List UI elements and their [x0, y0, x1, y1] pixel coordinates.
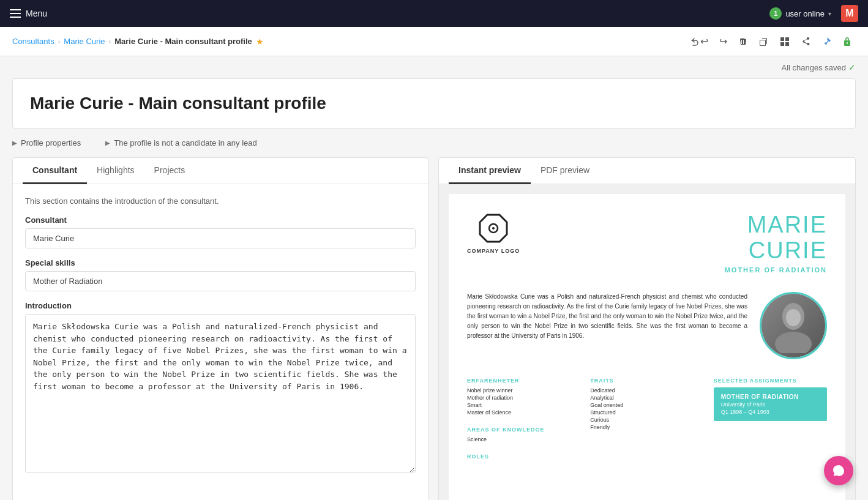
erfarenheter-title: ERFARENHETER: [467, 378, 580, 384]
breadcrumb-sep2: ›: [109, 38, 111, 45]
preview-photo-inner: [761, 294, 825, 357]
erfarenheter-item-1: Nobel prize winner: [467, 387, 580, 394]
breadcrumb: Consultants › Marie Curie › Marie Curie …: [12, 37, 264, 47]
preview-bio-text: Marie Skłodowska Curie was a Polish and …: [467, 292, 747, 341]
skills-input[interactable]: [25, 271, 416, 291]
skills-field-group: Special skills: [25, 258, 416, 291]
traits-col: TRAITS Dedicated Analytical Goal oriente…: [590, 378, 703, 463]
breadcrumb-current: Marie Curie - Main consultant profile: [114, 37, 252, 46]
hamburger-icon: [10, 9, 21, 18]
preview-bottom-section: ERFARENHETER Nobel prize winner Mother o…: [449, 371, 845, 476]
chat-bubble-button[interactable]: [824, 456, 853, 485]
breadcrumb-marie-curie-link[interactable]: Marie Curie: [64, 37, 105, 46]
assignment-org: University of Paris: [721, 401, 820, 408]
erfarenheter-item-3: Smart: [467, 402, 580, 408]
traits-title: TRAITS: [590, 378, 703, 384]
preview-document: COMPANY LOGO MARIE CURIE MOTHER OF RADIA…: [449, 194, 845, 500]
areas-title: AREAS OF KNOWLEDGE: [467, 427, 580, 433]
breadcrumb-bar: Consultants › Marie Curie › Marie Curie …: [0, 27, 868, 56]
preview-header: COMPANY LOGO MARIE CURIE MOTHER OF RADIA…: [449, 194, 845, 286]
assignment-date: Q1 1898 – Q4 1903: [721, 409, 820, 415]
preview-photo: [760, 292, 827, 359]
erfarenheter-item-4: Master of Science: [467, 409, 580, 416]
erfarenheter-item-2: Mother of radiation: [467, 395, 580, 401]
nav-right: 1 user online ▾ M: [769, 5, 858, 22]
company-logo-text: COMPANY LOGO: [467, 248, 520, 254]
preview-logo-area: COMPANY LOGO: [467, 212, 520, 254]
menu-button[interactable]: Menu: [10, 9, 47, 18]
profile-properties-toggle[interactable]: ▶ Profile properties: [12, 138, 81, 147]
roles-title: ROLES: [467, 453, 580, 460]
erfarenheter-col: ERFARENHETER Nobel prize winner Mother o…: [467, 378, 580, 463]
tab-consultant[interactable]: Consultant: [23, 158, 87, 184]
panel-content: This section contains the introduction o…: [13, 184, 428, 497]
preview-bio-section: Marie Skłodowska Curie was a Polish and …: [449, 286, 845, 371]
assignments-title: SELECTED ASSIGNMENTS: [714, 378, 827, 384]
left-panel: Consultant Highlights Projects This sect…: [12, 157, 428, 500]
preview-content-area[interactable]: COMPANY LOGO MARIE CURIE MOTHER OF RADIA…: [439, 184, 855, 500]
preview-subtitle: MOTHER OF RADIATION: [725, 266, 827, 274]
tab-instant-preview[interactable]: Instant preview: [449, 158, 531, 184]
user-count-badge: 1: [769, 7, 782, 20]
skills-label: Special skills: [25, 258, 416, 267]
intro-textarea[interactable]: Marie Skłodowska Curie was a Polish and …: [25, 314, 416, 473]
assignment-box: MOTHER OF RADIATION University of Paris …: [714, 387, 827, 421]
svg-point-3: [775, 332, 812, 353]
lead-status-label: The profile is not a candidate in any le…: [114, 138, 256, 147]
grid-view-button[interactable]: [776, 34, 793, 49]
trait-1: Dedicated: [590, 387, 703, 394]
user-online-indicator[interactable]: 1 user online ▾: [769, 7, 831, 20]
menu-label: Menu: [26, 9, 47, 18]
assignments-col: SELECTED ASSIGNMENTS MOTHER OF RADIATION…: [714, 378, 827, 463]
app-logo: M: [841, 5, 858, 22]
page-title: Marie Curie - Main consultant profile: [30, 94, 838, 113]
trait-6: Friendly: [590, 424, 703, 430]
expandable-row: ▶ Profile properties ▶ The profile is no…: [12, 138, 856, 147]
trait-5: Curious: [590, 417, 703, 423]
breadcrumb-sep1: ›: [58, 38, 61, 45]
chat-icon: [832, 464, 845, 477]
delete-button[interactable]: [735, 34, 752, 49]
trait-2: Analytical: [590, 395, 703, 401]
consultant-input[interactable]: [25, 228, 416, 248]
company-logo-svg: [477, 212, 509, 244]
toolbar: ↩ ↪: [687, 33, 856, 50]
lead-status-toggle[interactable]: ▶ The profile is not a candidate in any …: [105, 138, 256, 147]
user-online-label: user online: [785, 9, 825, 18]
save-status-text: All changes saved: [781, 63, 846, 72]
preview-tab-bar: Instant preview PDF preview: [439, 158, 855, 184]
intro-label: Introduction: [25, 301, 416, 310]
duplicate-button[interactable]: [755, 34, 773, 49]
redo-button[interactable]: ↪: [716, 33, 731, 50]
lock-button[interactable]: [839, 34, 856, 49]
top-navigation: Menu 1 user online ▾ M: [0, 0, 868, 27]
preview-name-line1: MARIE CURIE: [725, 212, 827, 264]
save-status: All changes saved ✓: [0, 56, 868, 72]
portrait-silhouette: [766, 298, 821, 353]
areas-item-1: Science: [467, 436, 580, 442]
triangle-icon: ▶: [12, 140, 17, 146]
tab-projects[interactable]: Projects: [144, 158, 195, 184]
right-panel: Instant preview PDF preview: [438, 157, 856, 500]
main-area: Marie Curie - Main consultant profile ▶ …: [0, 72, 868, 500]
pin-button[interactable]: [818, 34, 835, 49]
profile-properties-label: Profile properties: [21, 138, 81, 147]
triangle-icon-2: ▶: [105, 140, 110, 146]
preview-name-area: MARIE CURIE MOTHER OF RADIATION: [725, 212, 827, 274]
svg-point-1: [492, 227, 495, 229]
assignment-title: MOTHER OF RADIATION: [721, 394, 820, 400]
consultant-label: Consultant: [25, 215, 416, 225]
check-icon: ✓: [848, 62, 856, 72]
undo-button[interactable]: ↩: [687, 33, 712, 50]
share-button[interactable]: [797, 34, 814, 49]
svg-point-4: [786, 309, 801, 326]
title-card: Marie Curie - Main consultant profile: [12, 78, 856, 129]
tab-pdf-preview[interactable]: PDF preview: [531, 158, 599, 184]
consultant-field-group: Consultant: [25, 215, 416, 248]
star-icon[interactable]: ★: [256, 37, 264, 47]
tab-highlights[interactable]: Highlights: [87, 158, 144, 184]
section-description: This section contains the introduction o…: [25, 196, 416, 206]
trait-4: Structured: [590, 409, 703, 416]
breadcrumb-consultants-link[interactable]: Consultants: [12, 37, 54, 46]
tab-bar: Consultant Highlights Projects: [13, 158, 428, 184]
